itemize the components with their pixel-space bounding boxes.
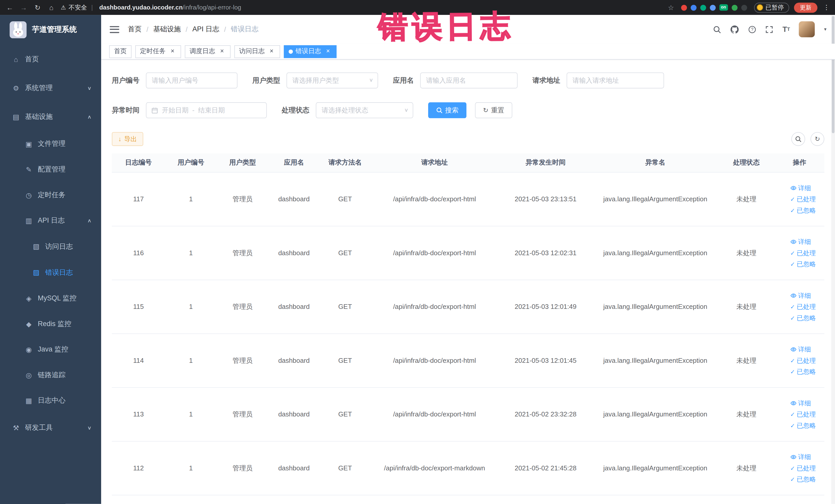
process-status-select[interactable] (316, 102, 413, 118)
extension-paw-icon[interactable] (741, 5, 747, 11)
close-icon[interactable]: × (324, 48, 332, 55)
extension-on-badge[interactable]: on (719, 4, 728, 11)
reset-button[interactable]: ↻ 重置 (475, 102, 512, 118)
update-button[interactable]: 更新 (794, 2, 817, 12)
ignored-action-link[interactable]: ✓已忽略 (790, 366, 816, 378)
browser-forward-icon[interactable]: → (19, 3, 28, 11)
table-row: 1171管理员dashboardGET/api/infra/db-doc/exp… (112, 173, 824, 226)
eye-icon (790, 400, 796, 406)
fullscreen-icon[interactable] (766, 25, 773, 33)
sidebar-item-infrastructure[interactable]: ▤基础设施∧ (0, 102, 101, 131)
sidebar-item-home[interactable]: ⌂首页 (0, 45, 101, 74)
sidebar-toggle-icon[interactable] (109, 26, 119, 33)
cell-log-id: 116 (112, 249, 165, 257)
tab-access-log[interactable]: 访问日志× (235, 45, 280, 58)
browser-reload-icon[interactable]: ↻ (33, 3, 42, 11)
detail-action-link[interactable]: 详细 (790, 398, 811, 409)
export-button[interactable]: ↓ 导出 (112, 132, 143, 146)
cell-request-url: /api/infra/db-doc/export-html (371, 357, 498, 364)
extension-target-icon[interactable] (681, 5, 687, 11)
chevron-down-icon[interactable]: ▾ (824, 27, 826, 32)
sidebar-item-mysql-monitor[interactable]: ◈MySQL 监控 (0, 285, 101, 311)
logo[interactable]: 芋道管理系统 (0, 15, 101, 45)
tab-job-log[interactable]: 调度日志× (185, 45, 230, 58)
sidebar-item-file[interactable]: ▣文件管理 (0, 131, 101, 157)
column-header-time: 异常发生时间 (498, 158, 593, 167)
sidebar-item-api-log[interactable]: ▥API 日志∧ (0, 208, 101, 234)
sidebar-item-error-log[interactable]: ▨错误日志 (0, 259, 101, 285)
processed-action-link[interactable]: ✓已处理 (790, 301, 816, 313)
tab-home[interactable]: 首页 (109, 45, 131, 58)
help-icon[interactable]: ? (749, 25, 756, 33)
detail-action-link[interactable]: 详细 (790, 290, 811, 301)
breadcrumb-item[interactable]: API 日志 (192, 24, 219, 34)
search-toggle-button[interactable] (791, 132, 805, 146)
ignored-action-link[interactable]: ✓已忽略 (790, 313, 816, 324)
check-icon: ✓ (790, 194, 795, 205)
refresh-button[interactable]: ↻ (811, 132, 824, 146)
search-icon[interactable] (713, 25, 721, 33)
extension-drop-icon[interactable] (691, 5, 696, 11)
bookmark-star-icon[interactable]: ☆ (668, 3, 674, 11)
close-icon[interactable]: × (169, 48, 176, 55)
detail-action-link[interactable]: 详细 (790, 344, 811, 355)
sidebar-item-system[interactable]: ⚙系统管理∨ (0, 74, 101, 102)
processed-action-link[interactable]: ✓已处理 (790, 247, 816, 259)
extension-grid-icon[interactable] (710, 5, 716, 11)
ignored-action-link[interactable]: ✓已忽略 (790, 205, 816, 216)
scrollbar-thumb[interactable] (832, 16, 834, 133)
filter-app-name: 应用名 (393, 73, 517, 88)
github-icon[interactable] (730, 25, 739, 34)
detail-action-link[interactable]: 详细 (790, 183, 811, 194)
detail-action-link[interactable]: 详细 (790, 451, 811, 463)
close-icon[interactable]: × (219, 48, 226, 55)
sidebar-item-redis-monitor[interactable]: ◆Redis 监控 (0, 311, 101, 337)
ignored-action-link[interactable]: ✓已忽略 (790, 474, 816, 485)
topbar-actions: ? TT ▾ (713, 21, 827, 37)
avatar[interactable] (799, 21, 815, 37)
tab-error-log[interactable]: 错误日志× (284, 45, 337, 58)
font-size-icon[interactable]: TT (782, 25, 790, 34)
app-name-input[interactable] (420, 73, 518, 88)
ignored-action-link[interactable]: ✓已忽略 (790, 420, 816, 431)
user-type-select[interactable] (286, 73, 378, 88)
sidebar-item-dev-tools[interactable]: ⚒研发工具∨ (0, 414, 101, 442)
edit-icon: ✎ (24, 165, 33, 173)
sidebar-item-java-monitor[interactable]: ◉Java 监控 (0, 337, 101, 362)
request-url-input[interactable] (567, 73, 664, 88)
extension-leaf-icon[interactable] (731, 5, 737, 11)
filter-row-2: 异常时间 开始日期 - 结束日期 处理状态 ∨ (112, 102, 824, 118)
extension-v-icon[interactable] (700, 5, 706, 11)
table-row: 1141管理员dashboardGET/api/infra/db-doc/exp… (112, 334, 824, 388)
browser-menu-icon[interactable]: ⋮ (823, 4, 830, 11)
tab-job[interactable]: 定时任务× (135, 45, 181, 58)
breadcrumb-item[interactable]: 基础设施 (153, 24, 181, 34)
sidebar-item-access-log[interactable]: ▧访问日志 (0, 234, 101, 260)
paused-badge[interactable]: 已暂停 (754, 2, 789, 12)
breadcrumb-item[interactable]: 首页 (128, 24, 142, 34)
close-icon[interactable]: × (268, 48, 276, 55)
browser-home-icon[interactable]: ⌂ (47, 3, 56, 11)
cell-user-id: 1 (165, 411, 217, 418)
date-range-picker[interactable]: 开始日期 - 结束日期 (146, 102, 267, 118)
security-chip[interactable]: ⚠ 不安全 | (61, 3, 95, 11)
processed-action-link[interactable]: ✓已处理 (790, 194, 816, 205)
tools-icon: ⚒ (12, 424, 20, 431)
sidebar-item-log-center[interactable]: ▦日志中心 (0, 388, 101, 414)
url-bar[interactable]: dashboard.yudao.iocoder.cn/infra/log/api… (99, 4, 241, 11)
cell-status: 未处理 (718, 356, 775, 365)
processed-action-link[interactable]: ✓已处理 (790, 409, 816, 420)
search-button[interactable]: 搜索 (428, 102, 466, 118)
action-label: 已处理 (797, 301, 816, 313)
browser-back-icon[interactable]: ← (5, 3, 14, 11)
ignored-action-link[interactable]: ✓已忽略 (790, 259, 816, 270)
detail-action-link[interactable]: 详细 (790, 236, 811, 247)
sidebar-item-config[interactable]: ✎配置管理 (0, 157, 101, 182)
check-icon: ✓ (790, 205, 795, 216)
cell-method: GET (320, 249, 371, 257)
user-id-input[interactable] (146, 73, 238, 88)
sidebar-item-job[interactable]: ◷定时任务 (0, 182, 101, 208)
processed-action-link[interactable]: ✓已处理 (790, 355, 816, 366)
sidebar-item-trace[interactable]: ◎链路追踪 (0, 362, 101, 388)
processed-action-link[interactable]: ✓已处理 (790, 463, 816, 474)
